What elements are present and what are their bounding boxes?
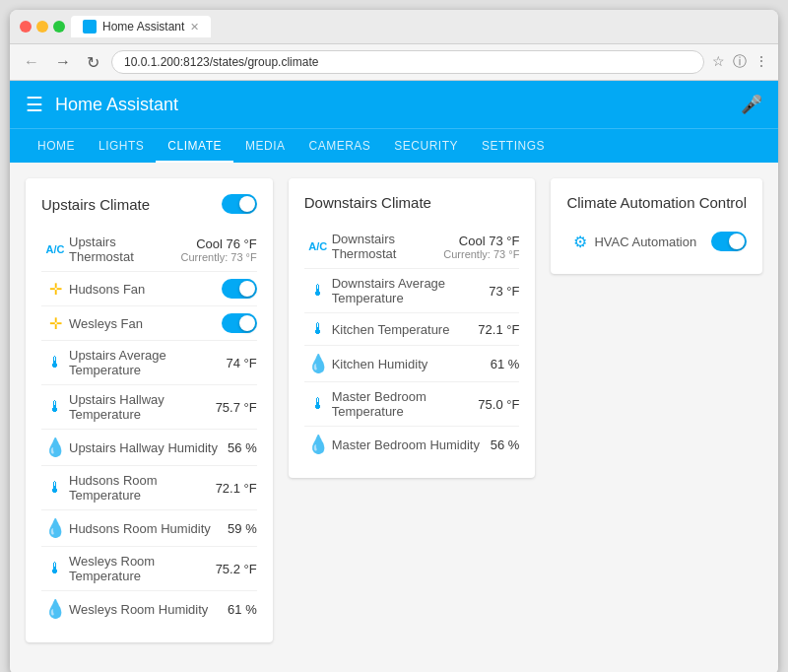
humidity-icon: 💧 [41, 437, 69, 458]
hudsons-room-temp-name: Hudsons Room Temperature [69, 473, 216, 503]
thermometer-icon-4: 🌡 [41, 560, 69, 577]
app-header: ☰ Home Assistant 🎤 [10, 81, 778, 128]
humidity-icon-4: 💧 [304, 353, 332, 374]
nav-climate[interactable]: CLIMATE [156, 129, 233, 163]
upstairs-climate-card: Upstairs Climate A/C Upstairs Thermostat… [26, 178, 273, 642]
url-text: 10.0.1.200:8123/states/group.climate [124, 55, 318, 69]
wesleys-room-hum-value: 61 % [228, 602, 257, 617]
automation-title: Climate Automation Control [566, 194, 747, 211]
downstairs-thermostat-name: Downstairs Thermostat [332, 232, 444, 261]
hudsons-room-hum-value: 59 % [228, 521, 257, 536]
wesleys-room-temp-row: 🌡 Wesleys Room Temperature 75.2 °F [41, 547, 257, 591]
wesleys-fan-name: Wesleys Fan [69, 316, 222, 331]
upstairs-avg-temp-value: 74 °F [226, 356, 256, 370]
downstairs-title-row: Downstairs Climate [304, 194, 520, 211]
hudsons-fan-toggle[interactable] [222, 279, 257, 299]
ac-icon: A/C [41, 243, 69, 255]
kitchen-hum-row: 💧 Kitchen Humidity 61 % [304, 346, 520, 382]
maximize-button[interactable] [53, 21, 65, 33]
master-hum-value: 56 % [491, 437, 520, 452]
nav-security[interactable]: SECURITY [382, 129, 470, 163]
master-hum-name: Master Bedroom Humidity [332, 437, 491, 452]
upstairs-master-toggle[interactable] [222, 194, 257, 214]
browser-tab[interactable]: Home Assistant ✕ [71, 16, 211, 37]
master-hum-row: 💧 Master Bedroom Humidity 56 % [304, 427, 520, 462]
wesleys-fan-toggle[interactable] [222, 313, 257, 333]
wesleys-room-temp-value: 75.2 °F [216, 562, 257, 576]
hudsons-fan-name: Hudsons Fan [69, 282, 222, 297]
hvac-automation-row: ⚙ HVAC Automation [566, 225, 747, 258]
upstairs-thermostat-row: A/C Upstairs Thermostat Cool 76 °F Curre… [41, 228, 257, 272]
upstairs-hall-hum-row: 💧 Upstairs Hallway Humidity 56 % [41, 430, 257, 466]
close-button[interactable] [20, 21, 32, 33]
upstairs-hall-temp-value: 75.7 °F [216, 400, 257, 415]
nav-lights[interactable]: LIGHTS [87, 129, 156, 163]
nav-cameras[interactable]: CAMERAS [296, 129, 382, 163]
upstairs-hall-hum-name: Upstairs Hallway Humidity [69, 440, 228, 455]
hvac-icon: ⚙ [566, 233, 594, 251]
app-nav: HOME LIGHTS CLIMATE MEDIA CAMERAS SECURI… [10, 128, 778, 163]
kitchen-hum-name: Kitchen Humidity [332, 357, 491, 371]
master-temp-name: Master Bedroom Temperature [332, 389, 479, 419]
master-temp-value: 75.0 °F [478, 397, 519, 412]
window-controls [20, 21, 65, 33]
hvac-automation-name: HVAC Automation [594, 235, 711, 249]
downstairs-title: Downstairs Climate [304, 194, 431, 211]
upstairs-hall-temp-row: 🌡 Upstairs Hallway Temperature 75.7 °F [41, 385, 257, 430]
upstairs-avg-temp-name: Upstairs Average Temperature [69, 348, 226, 377]
forward-button[interactable]: → [51, 51, 75, 73]
back-button[interactable]: ← [20, 51, 43, 73]
automation-card: Climate Automation Control ⚙ HVAC Automa… [551, 178, 762, 274]
thermometer-icon-6: 🌡 [304, 320, 332, 338]
automation-title-row: Climate Automation Control [566, 194, 747, 211]
thermometer-icon-2: 🌡 [41, 398, 69, 416]
minimize-button[interactable] [36, 21, 48, 33]
downstairs-avg-temp-row: 🌡 Downstairs Average Temperature 73 °F [304, 269, 520, 313]
browser-frame: Home Assistant ✕ ← → ↻ 10.0.1.200:8123/s… [10, 10, 778, 672]
kitchen-temp-name: Kitchen Temperature [332, 322, 479, 337]
downstairs-climate-card: Downstairs Climate A/C Downstairs Thermo… [289, 178, 536, 478]
thermometer-icon-7: 🌡 [304, 395, 332, 413]
hudsons-fan-row: ✛ Hudsons Fan [41, 272, 257, 306]
bookmark-icon[interactable]: ☆ [712, 53, 725, 71]
thermometer-icon-3: 🌡 [41, 479, 69, 497]
downstairs-ac-icon: A/C [304, 240, 332, 252]
thermometer-icon: 🌡 [41, 354, 69, 371]
app-title: Home Assistant [55, 95, 741, 115]
tab-favicon [83, 20, 97, 34]
upstairs-title-row: Upstairs Climate [41, 194, 257, 214]
browser-titlebar: Home Assistant ✕ [10, 10, 778, 44]
nav-home[interactable]: HOME [26, 129, 87, 163]
upstairs-hall-hum-value: 56 % [228, 440, 257, 455]
upstairs-thermostat-name: Upstairs Thermostat [69, 235, 181, 264]
downstairs-thermostat-row: A/C Downstairs Thermostat Cool 73 °F Cur… [304, 225, 520, 269]
downstairs-avg-temp-name: Downstairs Average Temperature [332, 276, 489, 305]
fan-icon-2: ✛ [41, 314, 69, 333]
humidity-icon-2: 💧 [41, 517, 69, 539]
downstairs-avg-temp-value: 73 °F [489, 284, 519, 299]
app-content: Upstairs Climate A/C Upstairs Thermostat… [10, 163, 778, 672]
kitchen-hum-value: 61 % [491, 357, 520, 371]
master-temp-row: 🌡 Master Bedroom Temperature 75.0 °F [304, 382, 520, 427]
humidity-icon-5: 💧 [304, 434, 332, 455]
kitchen-temp-row: 🌡 Kitchen Temperature 72.1 °F [304, 313, 520, 346]
mic-icon[interactable]: 🎤 [741, 94, 762, 115]
nav-settings[interactable]: SETTINGS [470, 129, 557, 163]
address-bar[interactable]: 10.0.1.200:8123/states/group.climate [111, 50, 704, 74]
kitchen-temp-value: 72.1 °F [478, 322, 519, 337]
upstairs-avg-temp-row: 🌡 Upstairs Average Temperature 74 °F [41, 341, 257, 385]
info-icon[interactable]: ⓘ [733, 53, 747, 71]
hudsons-room-hum-name: Hudsons Room Humidity [69, 521, 228, 536]
hamburger-menu[interactable]: ☰ [26, 93, 43, 116]
thermometer-icon-5: 🌡 [304, 282, 332, 300]
menu-icon[interactable]: ⋮ [755, 53, 768, 71]
tab-close-icon[interactable]: ✕ [190, 21, 199, 34]
fan-icon: ✛ [41, 280, 69, 299]
hvac-automation-toggle[interactable] [711, 232, 747, 251]
nav-media[interactable]: MEDIA [233, 129, 297, 163]
wesleys-fan-row: ✛ Wesleys Fan [41, 306, 257, 341]
toolbar-icons: ☆ ⓘ ⋮ [712, 53, 768, 71]
refresh-button[interactable]: ↻ [83, 51, 103, 74]
wesleys-room-hum-name: Wesleys Room Humidity [69, 602, 228, 617]
browser-toolbar: ← → ↻ 10.0.1.200:8123/states/group.clima… [10, 44, 778, 81]
